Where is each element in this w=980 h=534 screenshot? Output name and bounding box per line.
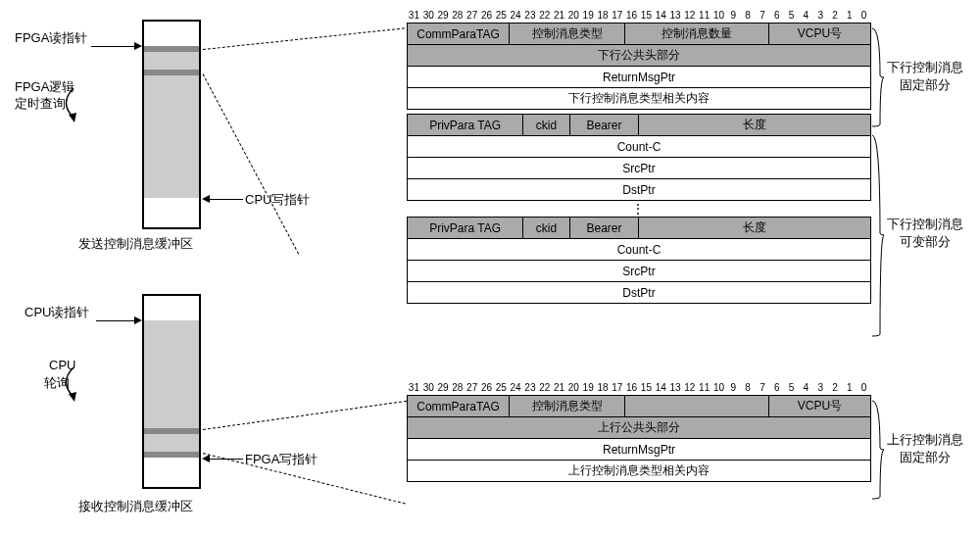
dl-srcptr1: SrcPtr	[408, 158, 871, 179]
fpga-poll-label2: 定时查询	[15, 95, 66, 113]
dl-privtag2: PrivPara TAG	[408, 218, 523, 239]
ul-returnptr: ReturnMsgPtr	[408, 439, 871, 461]
downlink-var-table1: PrivPara TAG ckid Bearer 长度 Count-C SrcP…	[407, 114, 871, 201]
downlink-table-container: 3130292827262524232221201918171615141312…	[407, 10, 871, 304]
ul-vcpu: VCPU号	[768, 396, 870, 417]
send-buffer	[142, 20, 201, 229]
cpu-read-ptr-label: CPU读指针	[24, 304, 89, 321]
downlink-bit-ruler: 3130292827262524232221201918171615141312…	[407, 10, 871, 21]
dl-fixed-label: 下行控制消息 固定部分	[887, 59, 963, 94]
dl-dstptr2: DstPtr	[408, 282, 871, 304]
uplink-bit-ruler: 3130292827262524232221201918171615141312…	[407, 382, 871, 393]
send-buffer-title: 发送控制消息缓冲区	[78, 235, 193, 253]
uplink-table-container: 3130292827262524232221201918171615141312…	[407, 382, 871, 482]
dl-ckid2: ckid	[523, 218, 569, 239]
ul-commtag: CommParaTAG	[408, 396, 510, 417]
dl-bearer1: Bearer	[569, 115, 639, 136]
downlink-msg-table: CommParaTAG 控制消息类型 控制消息数量 VCPU号 下行公共头部分 …	[407, 23, 871, 110]
cpu-write-ptr-label: CPU写指针	[245, 191, 310, 209]
dl-typecontent: 下行控制消息类型相关内容	[408, 88, 871, 110]
downlink-var-table2: PrivPara TAG ckid Bearer 长度 Count-C SrcP…	[407, 217, 871, 304]
dl-length2: 长度	[639, 218, 871, 239]
dl-length1: 长度	[639, 115, 871, 136]
recv-buffer-container	[142, 294, 201, 489]
dl-srcptr2: SrcPtr	[408, 261, 871, 282]
uplink-msg-table: CommParaTAG 控制消息类型 VCPU号 上行公共头部分 ReturnM…	[407, 395, 871, 482]
dl-countc2: Count-C	[408, 239, 871, 261]
dl-vcpu: VCPU号	[768, 24, 870, 45]
ul-msgtype: 控制消息类型	[510, 396, 625, 417]
dl-ckid1: ckid	[523, 115, 569, 136]
dl-privtag1: PrivPara TAG	[408, 115, 523, 136]
dl-var-label: 下行控制消息 可变部分	[887, 216, 963, 251]
dl-msgtype: 控制消息类型	[510, 24, 625, 45]
ul-typecontent: 上行控制消息类型相关内容	[408, 461, 871, 482]
dl-commtag: CommParaTAG	[408, 24, 510, 45]
ul-blank	[625, 396, 769, 417]
fpga-poll-label1: FPGA逻辑	[15, 78, 74, 96]
dl-bearer2: Bearer	[569, 218, 639, 239]
send-buffer-container	[142, 20, 201, 229]
dl-pubheader: 下行公共头部分	[408, 45, 871, 67]
dl-dstptr1: DstPtr	[408, 179, 871, 201]
recv-buffer	[142, 294, 201, 489]
ul-pubheader: 上行公共头部分	[408, 417, 871, 439]
dl-countc1: Count-C	[408, 136, 871, 158]
dl-returnptr: ReturnMsgPtr	[408, 67, 871, 88]
fpga-read-ptr-label: FPGA读指针	[15, 29, 87, 47]
ellipsis-row: ⋮	[407, 201, 871, 217]
dl-msgcount: 控制消息数量	[625, 24, 769, 45]
recv-buffer-title: 接收控制消息缓冲区	[78, 498, 193, 515]
ul-fixed-label: 上行控制消息 固定部分	[887, 431, 963, 466]
